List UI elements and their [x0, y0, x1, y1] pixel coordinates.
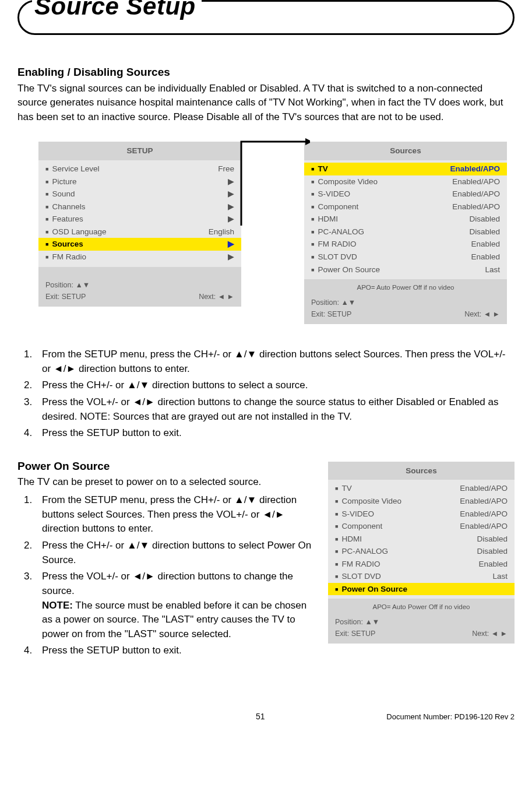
page-number: 51 [134, 711, 386, 722]
figure-row: SETUP Service LevelFreePicture▶Sound▶Cha… [38, 142, 515, 324]
setup-menu-row-label: Channels [45, 201, 85, 213]
sources-b-row-label: Power On Source [335, 583, 407, 595]
section1-step: From the SETUP menu, press the CH+/- or … [35, 347, 515, 376]
setup-menu: SETUP Service LevelFreePicture▶Sound▶Cha… [38, 142, 241, 306]
page-title: Source Setup [32, 0, 202, 24]
sources-a-row-value: Enabled/APO [452, 201, 500, 213]
sources-b-row: FM RADIOEnabled [335, 558, 508, 571]
section1-steps: From the SETUP menu, press the CH+/- or … [17, 347, 515, 441]
section2-note-text: The source must be enabled before it can… [42, 600, 306, 639]
setup-menu-row: OSD LanguageEnglish [45, 226, 234, 238]
section1-step: Press the VOL+/- or ◄/► direction button… [35, 395, 515, 424]
setup-menu-row: Picture▶ [45, 175, 234, 188]
sources-a-row: PC-ANALOGDisabled [311, 226, 500, 238]
sources-b-row-label: SLOT DVD [335, 571, 381, 582]
setup-menu-row: Sources▶ [38, 238, 241, 251]
sources-a-row: ComponentEnabled/APO [311, 201, 500, 213]
setup-menu-row-label: Sound [45, 188, 75, 200]
sources-a-row-label: FM RADIO [311, 238, 356, 250]
setup-menu-row-value: ▶ [228, 176, 234, 188]
sources-a-row-value: Enabled/APO [450, 163, 500, 175]
sources-a-note: APO= Auto Power Off if no video [304, 279, 507, 295]
sources-b-row-value: Disabled [477, 533, 508, 545]
sources-a-row-label: S-VIDEO [311, 188, 350, 200]
sources-b-row-label: TV [335, 483, 352, 494]
sources-b-row-label: HDMI [335, 533, 362, 545]
sources-a-row: SLOT DVDEnabled [311, 251, 500, 263]
sources-b-row-value: Enabled/APO [460, 495, 508, 507]
sources-a-row-value: Enabled/APO [452, 176, 500, 188]
setup-footer-position: Position: ▲▼ [45, 280, 90, 290]
setup-menu-row-label: OSD Language [45, 226, 107, 238]
sources-b-row-value: Enabled/APO [460, 483, 508, 494]
sources-a-footer-exit: Exit: SETUP [311, 309, 355, 319]
sources-b-row-value: Enabled [478, 558, 508, 570]
sources-a-row-label: SLOT DVD [311, 251, 357, 263]
sources-a-row-value: Disabled [469, 226, 500, 238]
section1-intro: The TV's signal sources can be individua… [17, 82, 515, 125]
sources-a-row: Composite VideoEnabled/APO [311, 175, 500, 188]
sources-b-row: Composite VideoEnabled/APO [335, 495, 508, 508]
sources-a-row-value: Enabled [471, 238, 500, 250]
sources-a-footer-next: Next: ◄ ► [464, 309, 500, 319]
sources-b-row: PC-ANALOGDisabled [335, 545, 508, 558]
sources-b-footer-next: Next: ◄ ► [472, 628, 508, 639]
sources-a-row: Power On SourceLast [311, 263, 500, 276]
sources-b-row: Power On Source [328, 583, 515, 596]
sources-b-footer-exit: Exit: SETUP [335, 628, 379, 639]
sources-b-row-value: Disabled [477, 546, 508, 557]
setup-menu-title: SETUP [38, 142, 241, 160]
setup-footer-next: Next: ◄ ► [199, 291, 234, 302]
section2-step: Press the SETUP button to exit. [35, 644, 515, 658]
sources-b-row-value: Enabled/APO [460, 521, 508, 532]
setup-menu-row-value: ▶ [228, 201, 234, 213]
sources-b-title: Sources [328, 462, 515, 480]
sources-a-row-value: Last [485, 264, 500, 276]
sources-menu-a: Sources TVEnabled/APOComposite VideoEnab… [304, 142, 507, 324]
section1-step: Press the CH+/- or ▲/▼ direction buttons… [35, 378, 515, 393]
sources-a-row: FM RADIOEnabled [311, 238, 500, 251]
setup-menu-row: FM Radio▶ [45, 251, 234, 263]
sources-a-row-label: HDMI [311, 213, 338, 225]
sources-b-row: S-VIDEOEnabled/APO [335, 508, 508, 521]
sources-a-row-label: PC-ANALOG [311, 226, 364, 238]
setup-menu-row-value: ▶ [228, 251, 234, 263]
setup-menu-row-label: FM Radio [45, 251, 86, 263]
sources-b-row-label: PC-ANALOG [335, 546, 388, 557]
setup-menu-row: Service LevelFree [45, 163, 234, 175]
sources-b-row-label: Component [335, 521, 382, 532]
sources-b-row-label: S-VIDEO [335, 508, 374, 520]
sources-b-row: TVEnabled/APO [335, 482, 508, 495]
sources-a-row-value: Enabled [471, 251, 500, 263]
sources-b-row: SLOT DVDLast [335, 570, 508, 583]
sources-b-row-label: FM RADIO [335, 558, 380, 570]
setup-menu-row: Channels▶ [45, 201, 234, 213]
setup-footer-exit: Exit: SETUP [45, 291, 90, 302]
sources-menu-b: Sources TVEnabled/APOComposite VideoEnab… [328, 462, 515, 644]
setup-menu-row-value: ▶ [228, 213, 234, 225]
sources-a-row: S-VIDEOEnabled/APO [311, 188, 500, 201]
setup-menu-row-label: Service Level [45, 163, 99, 175]
sources-a-row-label: TV [311, 163, 328, 175]
sources-a-row-value: Disabled [469, 213, 500, 225]
setup-menu-row: Sound▶ [45, 188, 234, 201]
sources-b-row-value: Enabled/APO [460, 508, 508, 520]
sources-a-row-label: Composite Video [311, 176, 378, 188]
sources-b-row: HDMIDisabled [335, 533, 508, 546]
sources-b-row-value: Last [492, 571, 508, 582]
section2-note-label: NOTE: [42, 600, 73, 611]
sources-a-row-value: Enabled/APO [452, 188, 500, 200]
sources-b-row: ComponentEnabled/APO [335, 520, 508, 533]
section1-step: Press the SETUP button to exit. [35, 426, 515, 441]
setup-menu-row: Features▶ [45, 213, 234, 226]
setup-menu-row-label: Features [45, 213, 83, 225]
sources-a-row: TVEnabled/APO [304, 163, 507, 175]
sources-a-row: HDMIDisabled [311, 213, 500, 226]
section1-heading: Enabling / Disabling Sources [17, 64, 515, 80]
sources-b-footer-position: Position: ▲▼ [335, 617, 379, 627]
setup-menu-row-label: Picture [45, 176, 76, 188]
page-title-frame: Source Setup [17, 0, 515, 35]
setup-menu-row-label: Sources [45, 238, 83, 250]
sources-a-title: Sources [304, 142, 507, 160]
setup-menu-row-value: Free [218, 163, 234, 175]
